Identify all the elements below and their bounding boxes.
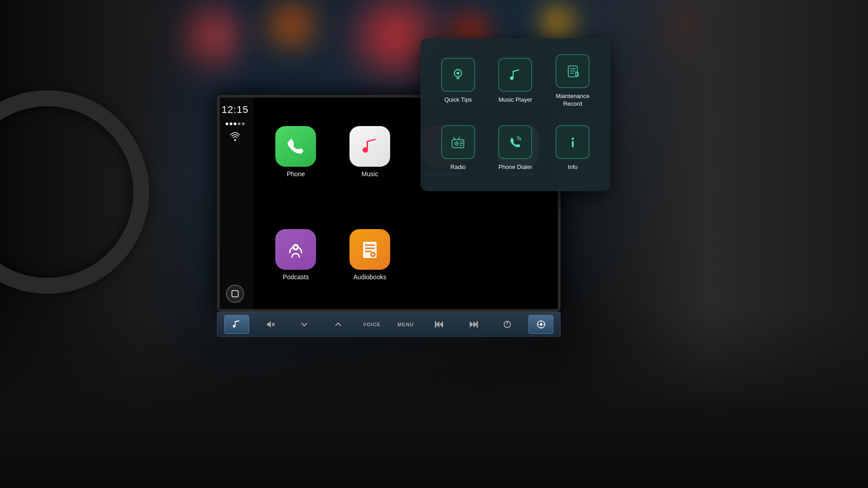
radio-icon-box [441,125,475,159]
signal-dot-3 [234,122,236,125]
menu-item-music-player[interactable]: Music Player [491,52,540,110]
menu-item-maintenance-record[interactable]: Maintenance Record [548,52,597,110]
quick-tips-label: Quick Tips [444,96,472,104]
ctrl-power[interactable] [495,315,519,334]
menu-item-phone-dialer[interactable]: Phone Dialer [491,119,540,178]
music-player-label: Music Player [499,96,532,104]
phone-label: Phone [287,170,305,178]
signal-indicator [226,122,245,125]
svg-rect-30 [568,66,577,77]
quick-tips-icon-box [441,58,475,92]
app-audiobooks[interactable]: Audiobooks [336,207,404,303]
svg-rect-34 [576,72,578,76]
svg-marker-13 [436,321,439,328]
phone-icon-bg [275,126,316,167]
screen-sidebar: 12:15 [217,95,253,312]
music-player-icon-box [498,58,532,92]
menu-item-info[interactable]: Info [548,119,597,178]
svg-line-42 [453,137,455,140]
audiobooks-icon-bg [349,229,390,270]
bokeh-light-2 [271,5,312,45]
menu-item-radio[interactable]: Radio [434,119,482,178]
ctrl-voice[interactable]: VOICE [359,315,384,334]
wifi-icon [230,132,241,143]
info-label: Info [568,164,578,171]
popup-menu: Quick Tips Music Player Maintenance Reco… [420,38,610,191]
phone-dialer-label: Phone Dialer [498,164,532,171]
svg-point-44 [571,137,574,140]
app-podcasts[interactable]: Podcasts [262,207,330,303]
info-icon-box [556,125,590,159]
app-phone[interactable]: Phone [262,104,330,200]
signal-dot-2 [230,122,232,125]
audiobooks-label: Audiobooks [354,273,387,281]
maintenance-record-label: Maintenance Record [551,93,594,108]
radio-label: Radio [450,164,466,171]
svg-rect-5 [365,244,375,246]
svg-rect-0 [232,291,238,297]
svg-marker-16 [473,321,477,328]
signal-dot-4 [238,122,241,125]
svg-line-43 [458,137,460,140]
phone-dialer-icon-box [498,125,532,159]
menu-label: MENU [397,322,414,327]
signal-dot-1 [226,122,228,125]
svg-point-38 [456,143,458,144]
ctrl-next[interactable] [461,315,486,334]
ctrl-prev[interactable] [427,315,452,334]
app-music[interactable]: Music [336,104,404,200]
music-label: Music [362,170,378,178]
ctrl-up[interactable] [326,315,350,334]
svg-rect-7 [365,251,372,252]
svg-rect-17 [476,321,478,328]
svg-rect-6 [365,248,375,249]
ctrl-mute[interactable] [258,315,283,334]
bokeh-light-3 [362,2,429,70]
ctrl-nav[interactable] [528,315,553,334]
music-icon-bg [349,126,390,167]
clock-display: 12:15 [222,104,249,116]
svg-rect-45 [572,141,574,147]
svg-marker-12 [439,321,443,328]
svg-point-27 [457,72,459,75]
ctrl-menu[interactable]: MENU [393,315,418,334]
ctrl-down[interactable] [292,315,316,334]
maintenance-record-icon-box [556,54,590,88]
menu-item-quick-tips[interactable]: Quick Tips [434,52,482,110]
ctrl-music-mode[interactable] [224,315,249,334]
svg-point-21 [540,323,542,326]
podcasts-icon-bg [275,229,316,270]
voice-label: VOICE [363,322,381,327]
svg-point-3 [294,246,297,249]
svg-marker-15 [470,321,473,328]
home-button[interactable] [226,285,244,303]
podcasts-label: Podcasts [283,273,309,281]
control-bar: VOICE MENU [217,312,561,337]
svg-rect-14 [435,321,436,328]
signal-dot-5 [242,122,245,125]
